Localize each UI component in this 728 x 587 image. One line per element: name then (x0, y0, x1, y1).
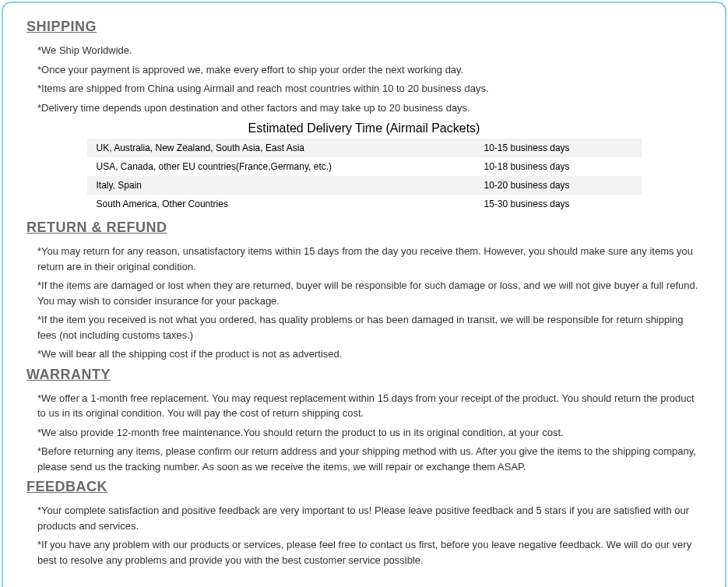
region-cell: UK, Australia, New Zealand, South Asia, … (87, 139, 475, 157)
shipping-bullet: *Items are shipped from China using Airm… (37, 81, 702, 97)
return-bullets: *You may return for any reason, unsatisf… (26, 244, 702, 362)
policy-document: SHIPPING *We Ship Worldwide. *Once your … (2, 2, 726, 587)
table-row: USA, Canada, other EU countries(France,G… (87, 157, 642, 176)
table-row: South America, Other Countries 15-30 bus… (87, 195, 642, 213)
shipping-bullets: *We Ship Worldwide. *Once your payment i… (26, 43, 702, 115)
shipping-bullet: *Delivery time depends upon destination … (37, 100, 702, 116)
table-row: UK, Australia, New Zealand, South Asia, … (87, 139, 642, 157)
warranty-bullet: *We also provide 12-month free maintenan… (37, 425, 702, 441)
table-row: Italy, Spain 10-20 business days (87, 176, 642, 195)
feedback-bullet: *If you have any problem with our produc… (37, 537, 702, 568)
time-cell: 10-20 business days (475, 176, 642, 195)
region-cell: Italy, Spain (87, 176, 475, 195)
time-cell: 15-30 business days (475, 195, 642, 213)
warranty-bullets: *We offer a 1-month free replacement. Yo… (26, 391, 702, 475)
region-cell: South America, Other Countries (87, 195, 475, 213)
shipping-section: SHIPPING *We Ship Worldwide. *Once your … (26, 19, 702, 213)
return-bullet: *If the item you received is not what yo… (37, 312, 702, 343)
return-bullet: *You may return for any reason, unsatisf… (37, 244, 702, 274)
shipping-bullet: *We Ship Worldwide. (37, 43, 702, 58)
time-cell: 10-15 business days (475, 139, 642, 157)
feedback-section: FEEDBACK *Your complete satisfaction and… (26, 479, 702, 568)
return-heading: RETURN & REFUND (26, 220, 702, 236)
return-bullet: *We will bear all the shipping cost if t… (37, 346, 702, 362)
feedback-bullets: *Your complete satisfaction and positive… (26, 503, 702, 568)
time-cell: 10-18 business days (475, 157, 642, 176)
shipping-bullet: *Once your payment is approved we, make … (37, 62, 702, 78)
feedback-heading: FEEDBACK (26, 479, 702, 495)
delivery-table-title: Estimated Delivery Time (Airmail Packets… (26, 121, 702, 135)
warranty-heading: WARRANTY (26, 367, 702, 383)
feedback-bullet: *Your complete satisfaction and positive… (37, 503, 702, 533)
return-bullet: *If the items are damaged or lost when t… (37, 278, 702, 308)
delivery-table: UK, Australia, New Zealand, South Asia, … (87, 139, 642, 213)
warranty-bullet: *Before returning any items, please conf… (37, 444, 702, 474)
return-section: RETURN & REFUND *You may return for any … (26, 220, 702, 362)
region-cell: USA, Canada, other EU countries(France,G… (87, 157, 475, 176)
shipping-heading: SHIPPING (26, 19, 702, 35)
warranty-bullet: *We offer a 1-month free replacement. Yo… (37, 391, 702, 421)
warranty-section: WARRANTY *We offer a 1-month free replac… (26, 367, 702, 475)
